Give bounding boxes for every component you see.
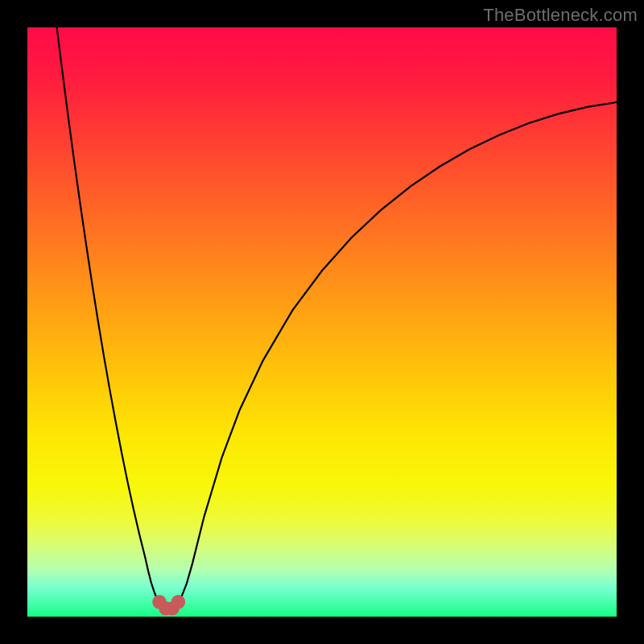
- notch-bump-icon: [171, 595, 186, 609]
- watermark-text: TheBottleneck.com: [483, 5, 638, 26]
- notch-bumps-group: [152, 595, 185, 616]
- frame: TheBottleneck.com: [0, 0, 644, 644]
- right-curve-path: [175, 102, 617, 605]
- curve-overlay: [27, 27, 617, 617]
- left-curve-path: [57, 27, 163, 605]
- plot-area: [27, 27, 617, 617]
